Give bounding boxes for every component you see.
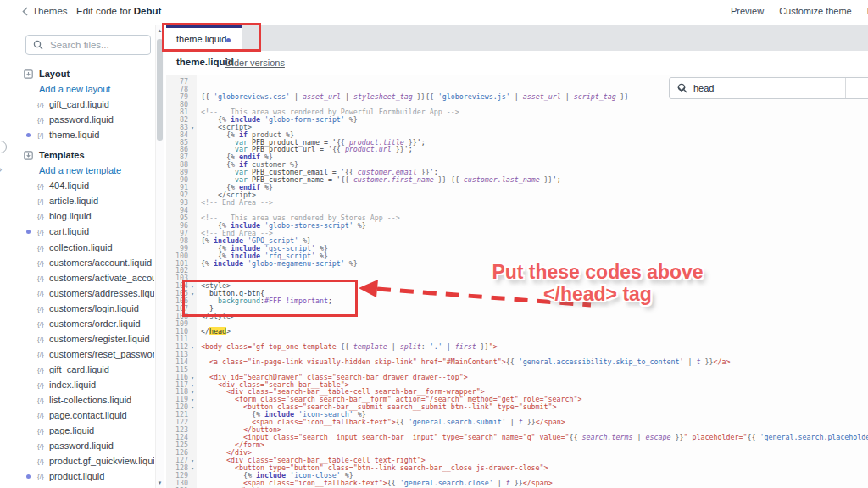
fold-widget (188, 245, 197, 252)
code-line-101: 101{% include 'globo-megamenu-script' %} (166, 260, 868, 268)
code-line-106: 106 background:#FFF !important; (166, 297, 868, 305)
liquid-file-icon: {/} (37, 113, 44, 127)
fold-widget[interactable]: ▾ (188, 282, 197, 290)
sidebar-item-article.liquid[interactable]: {/}article.liquid (0, 193, 154, 208)
sidebar-section-templates[interactable]: Templates (0, 147, 154, 163)
fold-widget[interactable]: ▾ (188, 403, 197, 411)
liquid-file-icon: {/} (37, 179, 44, 193)
fold-widget (188, 260, 197, 268)
file-name: list-collections.liquid (49, 392, 131, 408)
fold-widget (188, 78, 197, 86)
liquid-file-icon: {/} (37, 469, 44, 484)
line-content (197, 78, 201, 86)
fold-widget (188, 366, 197, 374)
top-actions: Preview Customize theme Expert th (731, 6, 868, 16)
sidebar-item-customers/login.liquid[interactable]: {/}customers/login.liquid (0, 301, 154, 316)
sidebar-item-customers/addresses.liquid[interactable]: {/}customers/addresses.liquid (0, 286, 154, 301)
code-line-112: 112▾<body class="gf-top_one template-{{ … (166, 343, 868, 351)
fold-widget[interactable]: ▾ (188, 457, 197, 464)
liquid-file-icon: {/} (37, 347, 44, 362)
line-content: background:#FFF !important; (197, 297, 332, 305)
fold-widget (188, 441, 197, 449)
older-versions-link[interactable]: Older versions (225, 58, 285, 68)
file-name: 404.liquid (49, 178, 89, 193)
fold-widget (188, 214, 197, 222)
sidebar-item-password.liquid[interactable]: {/}password.liquid (0, 112, 154, 127)
clipped-chevron-icon: › (0, 163, 2, 175)
chevron-down-icon[interactable] (677, 86, 686, 92)
scroll-up-arrow[interactable]: ▲ (156, 28, 164, 33)
file-name: page.contact.liquid (49, 408, 127, 423)
fold-widget[interactable]: ▾ (188, 381, 197, 389)
sidebar-item-customers/reset_password.liquid[interactable]: {/}customers/reset_password.liquid (0, 347, 154, 362)
file-search-box[interactable] (25, 35, 151, 55)
liquid-file-icon: {/} (37, 225, 44, 239)
code-line-108: 108</style> (166, 313, 868, 320)
line-content: {{ 'globoreviews.css' | asset_url | styl… (197, 93, 629, 101)
add-new-layout-link[interactable]: Add a new layout (0, 81, 154, 97)
sidebar-item-list-collections.liquid[interactable]: {/}list-collections.liquid (0, 392, 154, 408)
fold-widget (188, 472, 197, 480)
fold-widget[interactable]: ▾ (188, 374, 197, 381)
fold-widget (188, 222, 197, 230)
liquid-file-icon: {/} (37, 209, 44, 224)
sidebar-item-password.liquid[interactable]: {/}password.liquid (0, 438, 154, 453)
liquid-file-icon: {/} (37, 454, 44, 469)
sidebar-item-customers/activate_account.liquid[interactable]: {/}customers/activate_account.liquid (0, 270, 154, 286)
fold-widget[interactable]: ▾ (188, 343, 197, 351)
sidebar-item-gift_card.liquid[interactable]: {/}gift_card.liquid (0, 362, 154, 377)
sidebar-item-product.liquid[interactable]: {/}product.liquid (0, 469, 154, 484)
code-line-93: 93<!-- End Area --> (166, 199, 868, 207)
sidebar-item-collection.liquid[interactable]: {/}collection.liquid (0, 240, 154, 255)
preview-button[interactable]: Preview (731, 6, 764, 16)
liquid-file-icon: {/} (37, 97, 44, 112)
sidebar-item-customers/account.liquid[interactable]: {/}customers/account.liquid (0, 255, 154, 270)
fold-widget[interactable]: ▾ (188, 290, 197, 297)
fold-widget[interactable]: ▾ (188, 396, 197, 403)
code-search-box[interactable]: head (669, 77, 868, 99)
fold-widget[interactable]: ▾ (188, 124, 197, 131)
customize-theme-button[interactable]: Customize theme (779, 6, 852, 16)
sidebar-item-customers/register.liquid[interactable]: {/}customers/register.liquid (0, 331, 154, 347)
back-to-themes-link[interactable]: Themes (22, 6, 68, 16)
scrollbar-thumb[interactable] (157, 39, 163, 141)
sidebar-item-gift_card.liquid[interactable]: {/}gift_card.liquid (0, 97, 154, 112)
fold-widget (188, 184, 197, 191)
scroll-down-arrow[interactable]: ▼ (156, 480, 164, 485)
fold-widget (188, 305, 197, 313)
file-search-input[interactable] (48, 39, 145, 51)
sidebar-section-layout[interactable]: Layout (0, 66, 154, 81)
file-name: customers/order.liquid (49, 316, 141, 331)
code-line-114: 114 <a class="in-page-link visually-hidd… (166, 358, 868, 366)
file-name: cart.liquid (49, 224, 89, 239)
liquid-file-icon: {/} (37, 241, 44, 255)
fold-widget (188, 169, 197, 176)
sidebar-item-index.liquid[interactable]: {/}index.liquid (0, 377, 154, 392)
sidebar-item-theme.liquid[interactable]: {/}theme.liquid (0, 127, 154, 142)
tab-theme-liquid[interactable]: theme.liquid (166, 25, 242, 51)
sidebar-item-customers/order.liquid[interactable]: {/}customers/order.liquid (0, 316, 154, 331)
fold-widget (188, 116, 197, 124)
sidebar-item-cart.liquid[interactable]: {/}cart.liquid (0, 224, 154, 239)
liquid-file-icon: {/} (37, 271, 44, 286)
tab-label: theme.liquid (176, 34, 226, 44)
sidebar-item-page.liquid[interactable]: {/}page.liquid (0, 423, 154, 438)
fold-widget[interactable]: ▾ (188, 388, 197, 396)
liquid-file-icon: {/} (37, 439, 44, 453)
section-icon (24, 69, 33, 79)
liquid-file-icon: {/} (37, 378, 44, 392)
fold-widget (188, 351, 197, 358)
sidebar-item-blog.liquid[interactable]: {/}blog.liquid (0, 208, 154, 224)
liquid-file-icon: {/} (37, 286, 44, 301)
file-name: gift_card.liquid (49, 97, 109, 112)
sidebar-item-404.liquid[interactable]: {/}404.liquid (0, 178, 154, 193)
fold-widget[interactable]: ▾ (188, 464, 197, 472)
code-area[interactable]: 777879{{ 'globoreviews.css' | asset_url … (166, 75, 868, 488)
file-name: index.liquid (49, 377, 96, 392)
sidebar-item-page.contact.liquid[interactable]: {/}page.contact.liquid (0, 408, 154, 423)
add-new-template-link[interactable]: Add a new template (0, 163, 154, 178)
file-sidebar: LayoutAdd a new layout{/}gift_card.liqui… (0, 25, 166, 488)
file-name: customers/activate_account.liquid (49, 270, 154, 286)
sidebar-item-product.gf_quickview.liquid[interactable]: {/}product.gf_quickview.liquid (0, 453, 154, 469)
sidebar-scrollbar[interactable]: ▲ ▼ (155, 25, 164, 488)
